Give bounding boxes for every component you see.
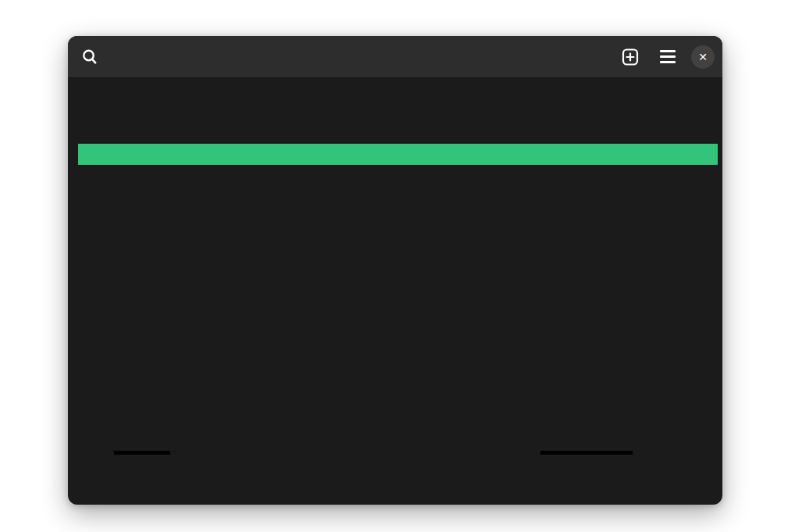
new-tab-icon [620, 47, 640, 67]
close-icon: ✕ [698, 51, 708, 63]
menu-button[interactable] [654, 43, 682, 71]
screen-tabs [78, 123, 722, 144]
titlebar[interactable]: ✕ [68, 36, 722, 78]
function-key-bar [78, 165, 718, 186]
search-button[interactable] [76, 43, 104, 71]
search-icon [81, 48, 98, 66]
window-buttons: ✕ [616, 43, 715, 71]
htop-screen [68, 78, 722, 186]
blank-row [78, 102, 722, 123]
terminal-window: ✕ [68, 36, 722, 505]
close-button[interactable]: ✕ [691, 45, 715, 69]
menu-icon [660, 50, 676, 63]
new-tab-button[interactable] [616, 43, 644, 71]
process-table-header[interactable] [78, 144, 718, 165]
